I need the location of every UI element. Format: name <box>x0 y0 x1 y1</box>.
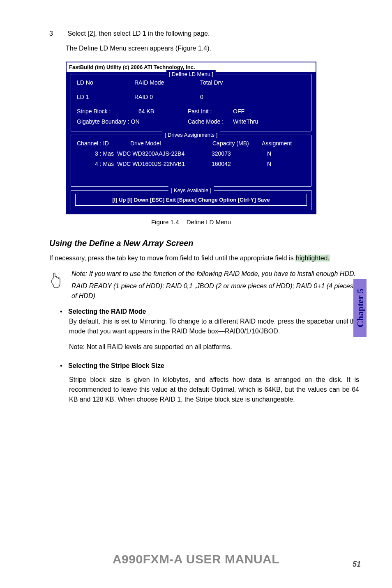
define-ld-label: [ Define LD Menu ] <box>166 70 216 78</box>
intro-para: If necessary, press the tab key to move … <box>49 253 359 263</box>
keys-frame: [ Keys Available ] [I] Up [I] Down [ESC]… <box>71 190 311 211</box>
bullet-body: Stripe block size is given in kilobytes,… <box>69 375 359 404</box>
bullet-heading: •Selecting the RAID Mode <box>60 307 359 317</box>
hdr-ldno: LD No <box>77 78 134 87</box>
bullet-title: Selecting the Stripe Block Size <box>68 362 164 369</box>
stripe-val: 64 KB <box>138 107 188 116</box>
val-raid0: RAID 0 <box>134 93 200 101</box>
val-ld1: LD 1 <box>77 93 134 101</box>
drives-hdr-assign: Assignment <box>262 139 303 148</box>
cachemode-label: Cache Mode : <box>188 117 233 126</box>
figure-caption: Figure 1.4 Define LD Menu <box>66 218 316 227</box>
bullet-raid-mode: •Selecting the RAID Mode By default, thi… <box>60 307 359 352</box>
bullet-p1: Stripe block size is given in kilobytes,… <box>69 375 359 404</box>
drive-row-model: WDC WD1600JS-22NVB1 <box>117 160 212 168</box>
intro-text: If necessary, press the tab key to move … <box>49 255 295 262</box>
step-number: 3 <box>49 29 66 39</box>
chapter-tab: Chapter 5 <box>353 279 367 337</box>
val-totaldrv: 0 <box>200 93 241 101</box>
define-ld-frame: [ Define LD Menu ] LD No RAID Mode Total… <box>71 74 311 131</box>
bullet-title: Selecting the RAID Mode <box>68 308 146 315</box>
step-line: 3 Select [2], then select LD 1 in the fo… <box>49 29 359 39</box>
drive-row-cap: 320073 <box>212 149 257 158</box>
hdr-raidmode: RAID Mode <box>134 78 200 87</box>
step-sub: The Define LD Menu screen appears (Figur… <box>66 44 359 53</box>
bullet-stripe-size: •Selecting the Stripe Block Size Stripe … <box>60 361 359 404</box>
keys-label: [ Keys Available ] <box>168 186 214 195</box>
cachemode-val: WriteThru <box>233 117 270 126</box>
drives-frame: [ Drives Assignments ] Channel : ID Driv… <box>71 135 311 187</box>
step-text: Select [2], then select LD 1 in the foll… <box>67 30 210 37</box>
drive-row-ch: 3 : Mas <box>77 149 117 158</box>
footer-title: A990FXM-A USER MANUAL <box>113 550 279 568</box>
bullet-p1: By default, this is set to Mirroring. To… <box>69 317 359 336</box>
note-text: Note: If you want to use the function of… <box>71 269 359 301</box>
drive-row-model: WDC WD3200AAJS-22B4 <box>117 149 212 158</box>
drive-row-assign: N <box>257 149 281 158</box>
section-heading: Using the Define a New Array Screen <box>49 237 359 249</box>
page-number: 51 <box>353 559 361 570</box>
bullet-heading: •Selecting the Stripe Block Size <box>60 361 359 371</box>
pastinit-label: Past Init : <box>188 107 233 116</box>
bios-screen: FastBuild (tm) Utility (c) 2006 ATI Tech… <box>66 62 316 214</box>
figure-number: Figure 1.4 <box>151 218 179 225</box>
pastinit-val: OFF <box>233 107 270 116</box>
drive-row-ch: 4 : Mas <box>77 160 117 168</box>
drives-hdr-channel: Channel : ID <box>77 139 130 148</box>
hand-icon <box>49 269 67 301</box>
page: 3 Select [2], then select LD 1 in the fo… <box>0 0 392 588</box>
figure-text: Define LD Menu <box>187 218 231 225</box>
drive-row-assign: N <box>257 160 281 168</box>
intro-highlight: highlighted. <box>295 255 330 262</box>
bullet-body: By default, this is set to Mirroring. To… <box>69 317 359 352</box>
drives-hdr-model: Drive Model <box>130 139 212 148</box>
note-line1: Note: If you want to use the function of… <box>71 269 359 279</box>
stripe-label: Stripe Block : <box>77 107 138 116</box>
note-block: Note: If you want to use the function of… <box>49 269 359 301</box>
bullet-p2: Note: Not all RAID levels are supported … <box>69 342 359 352</box>
gigabyte-label: Gigabyte Boundary : ON <box>77 117 188 126</box>
keys-content: [I] Up [I] Down [ESC] Exit [Space] Chang… <box>75 194 307 206</box>
drives-label: [ Drives Assignments ] <box>162 131 220 139</box>
drives-hdr-cap: Capacity (MB) <box>212 139 262 148</box>
chapter-label: Chapter 5 <box>353 289 367 327</box>
hdr-totaldrv: Total Drv <box>200 78 241 87</box>
note-line2: RAID READY (1 piece of HDD); RAID 0,1 ,J… <box>71 281 359 301</box>
drive-row-cap: 160042 <box>212 160 257 168</box>
